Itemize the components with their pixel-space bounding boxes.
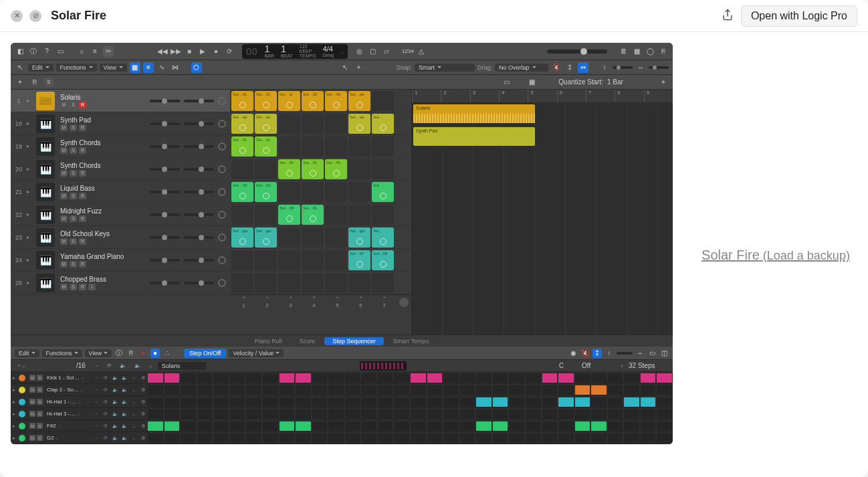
seq-step[interactable] [657,409,672,419]
scene-cell-empty[interactable] [372,205,394,225]
rewind-button[interactable]: ◀◀ [156,46,169,57]
seq-step[interactable] [263,421,278,431]
seq-speaker2-icon[interactable]: 🔈 [132,363,144,369]
track-send-knob[interactable] [218,120,226,128]
track-row[interactable]: 23 ▸ 🎹 Old School Keys M S R [11,226,230,249]
seq-step[interactable] [493,421,508,431]
seq-row-sp1-icon[interactable]: 🔈 [111,386,119,394]
scene-cell[interactable]: Sol…01 [302,205,324,225]
view-menu[interactable]: View [100,64,127,72]
track-row[interactable]: 25 ▸ 🎹 Chopped Brass M S R I [11,272,230,294]
scene-cell-empty[interactable] [302,182,324,202]
seq-step[interactable] [181,409,196,419]
track-mute-button[interactable]: M [60,193,68,199]
track-expand-icon[interactable]: ▸ [27,234,33,240]
scene-cell-empty[interactable] [348,159,370,179]
scene-launch-button[interactable]: ⌃5 [326,296,348,308]
track-send-knob[interactable] [218,279,226,287]
seq-step[interactable] [148,409,163,419]
seq-row-sp2-icon[interactable]: 🔈 [120,386,128,394]
seq-step[interactable] [312,385,328,395]
seq-step[interactable] [476,397,492,407]
scene-launch-button[interactable]: ⌃4 [303,296,325,308]
scene-cell-empty[interactable] [348,273,370,293]
seq-step[interactable] [542,421,558,431]
region-solaris[interactable]: Solaris [413,104,535,123]
seq-row-mute[interactable]: M [29,435,35,441]
seq-step[interactable] [378,409,393,419]
seq-step[interactable] [165,421,180,431]
seq-step[interactable] [542,434,558,443]
seq-row-sp1-icon[interactable]: 🔈 [111,422,119,430]
seq-step[interactable] [526,385,541,395]
track-icon[interactable]: 🎹 [36,274,55,292]
seq-step[interactable] [197,373,213,383]
scene-cell[interactable]: Sol…01 [302,159,324,179]
seq-step[interactable] [591,373,607,383]
seq-row-expand-icon[interactable]: ▸ [11,399,17,405]
arrangement-area[interactable]: Solaris Synth Pad [412,103,673,335]
seq-step[interactable] [394,421,409,431]
scene-cell-empty[interactable] [325,114,347,134]
cycle-button[interactable]: ⟳ [223,46,235,57]
seq-row-more-icon[interactable]: ⌵ [130,410,138,418]
quantize-select[interactable]: 1 Bar [607,78,654,86]
seq-copy-icon[interactable]: ⎘ [126,349,136,358]
track-mute-button[interactable]: M [60,261,68,268]
seq-step[interactable] [361,373,376,383]
seq-step[interactable] [493,409,508,419]
track-solo-button[interactable]: S [70,238,77,245]
track-row[interactable]: 24 ▸ 🎹 Yamaha Grand Piano M S R [11,249,230,272]
seq-step[interactable] [558,409,574,419]
step-on-off-button[interactable]: Step On/Off [184,349,226,358]
seq-step[interactable] [427,434,443,443]
seq-step[interactable] [443,373,459,383]
seq-step[interactable] [608,409,623,419]
seq-step[interactable] [624,409,639,419]
seq-step[interactable] [230,373,245,383]
drag-select[interactable]: No Overlap [495,64,548,72]
seq-step[interactable] [591,385,607,395]
track-expand-icon[interactable]: ▸ [27,280,33,286]
seq-step[interactable] [493,373,508,383]
zoom-v-icon[interactable]: ↕ [599,62,610,73]
seq-row-expand-icon[interactable]: ▸ [11,423,17,429]
seq-step[interactable] [361,434,376,443]
scene-cell-empty[interactable] [302,273,324,293]
seq-step[interactable] [476,421,492,431]
seq-step[interactable] [608,434,623,443]
track-volume-slider[interactable] [150,122,180,125]
scene-cell-empty[interactable] [278,182,300,202]
seq-preview-icon[interactable]: ● [150,349,160,358]
seq-step[interactable] [443,397,459,407]
seq-row-mute[interactable]: M [29,423,35,429]
track-pan-slider[interactable] [184,122,214,125]
track-pan-slider[interactable] [184,100,214,102]
seq-step[interactable] [476,434,492,443]
scene-cell[interactable]: Sol…07 [348,250,370,270]
track-mute-button[interactable]: M [60,238,68,245]
edit-menu[interactable]: Edit [28,64,53,72]
seq-step[interactable] [328,373,344,383]
track-icon[interactable]: 🎹 [36,205,55,224]
seq-mute-icon[interactable]: 🔇 [580,349,590,358]
seq-step[interactable] [246,373,261,383]
seq-step[interactable] [230,385,245,395]
seq-step[interactable] [213,421,229,431]
record-button[interactable]: ● [210,46,222,57]
seq-row-loop-icon[interactable]: ⟳ [102,386,110,394]
seq-step[interactable] [296,409,311,419]
scene-cell-empty[interactable] [302,114,324,134]
seq-fit-h-icon[interactable]: ↔ [635,349,645,358]
track-mute-button[interactable]: M [60,147,68,154]
seq-step[interactable] [558,421,574,431]
seq-step[interactable] [345,373,360,383]
track-row[interactable]: 21 ▸ 🎹 Liquid Bass M S R [11,181,230,203]
tuner-icon[interactable]: 1234 [403,46,413,57]
seq-step[interactable] [280,434,295,443]
seq-step[interactable] [493,434,508,443]
seq-row-loop-icon[interactable]: ⟳ [102,398,110,406]
seq-step[interactable] [558,373,574,383]
scene-cell-empty[interactable] [255,205,277,225]
seq-step[interactable] [361,409,376,419]
